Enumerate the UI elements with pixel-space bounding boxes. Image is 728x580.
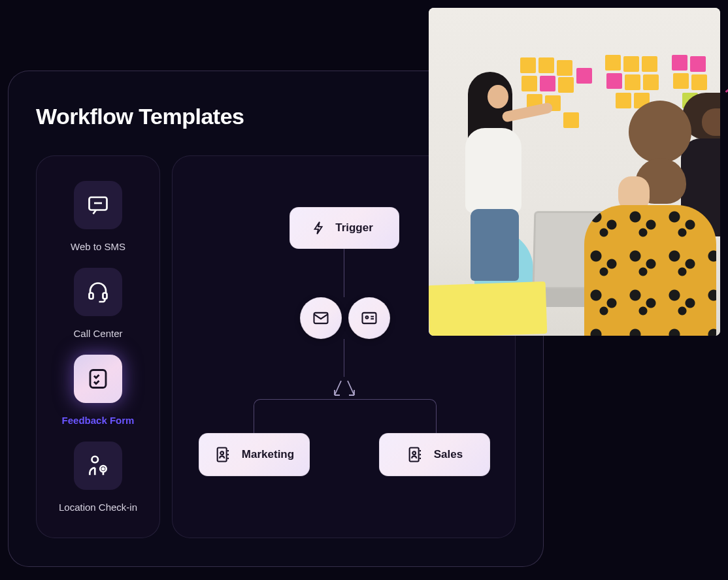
svg-rect-2 [90,293,93,299]
mail-icon [312,309,330,327]
template-sidebar: Web to SMS Call Center [36,155,160,538]
node-sales[interactable]: Sales [379,433,490,476]
contact-book-icon [214,445,233,464]
headset-icon [74,268,122,316]
node-label: Sales [434,448,463,461]
template-call-center[interactable]: Call Center [73,268,122,339]
svg-rect-4 [90,370,106,388]
template-label: Feedback Form [62,415,135,426]
id-card-icon [360,309,378,327]
connector-line [344,339,344,377]
node-label: Marketing [242,448,294,461]
svg-point-14 [220,451,223,455]
contact-book-icon [406,445,425,464]
chat-icon [74,181,122,229]
svg-point-5 [91,457,98,463]
template-feedback-form[interactable]: Feedback Form [62,355,135,426]
svg-rect-3 [103,293,107,299]
node-email[interactable] [300,297,342,339]
person-pin-icon [74,442,122,490]
connector-line [344,249,344,297]
node-marketing[interactable]: Marketing [199,433,310,476]
svg-rect-9 [363,313,376,323]
svg-point-19 [412,451,416,455]
template-location-checkin[interactable]: Location Check-in [59,442,137,513]
split-arrows [332,378,357,399]
template-label: Call Center [73,328,122,339]
lightning-icon [312,219,326,236]
node-label: Trigger [335,221,373,234]
template-label: Web to SMS [71,241,125,252]
template-web-to-sms[interactable]: Web to SMS [71,181,125,252]
branch-bracket [254,399,437,434]
svg-point-7 [103,468,105,470]
svg-point-10 [366,316,369,319]
middle-node-row [300,297,390,339]
node-id-card[interactable] [348,297,390,339]
node-trigger[interactable]: Trigger [290,207,399,249]
template-label: Location Check-in [59,502,137,513]
checklist-icon [74,355,122,403]
hero-photo [429,8,720,336]
